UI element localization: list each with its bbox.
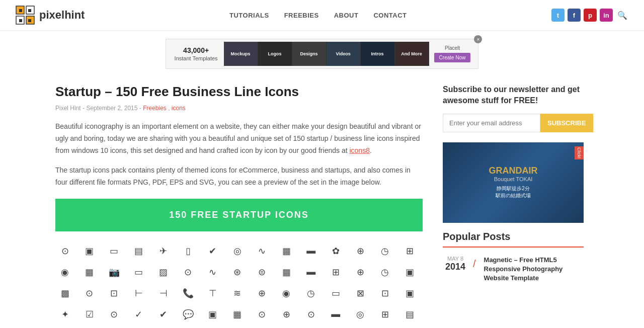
ad-line2: Templates: [192, 55, 217, 61]
twitter-icon[interactable]: t: [551, 9, 565, 22]
icon-cell: 📷: [105, 263, 124, 282]
meta-date: September 2, 2015: [86, 105, 137, 112]
meta-author: Pixel Hint: [55, 105, 81, 112]
facebook-icon[interactable]: f: [568, 9, 581, 22]
cta-download-button[interactable]: 150 FREE STARTUP ICONS: [55, 199, 423, 231]
nav-about[interactable]: ABOUT: [334, 12, 359, 19]
icon-cell: ⊜: [252, 263, 271, 282]
icon-cell: ✈: [154, 241, 173, 261]
icon-cell: ⊞: [375, 305, 394, 324]
logo-icon: [15, 5, 35, 25]
icon-cell: ⊙: [80, 284, 99, 303]
instagram-icon[interactable]: in: [600, 9, 613, 22]
icon-cell: ◷: [375, 263, 394, 282]
icon-cell: ⊕: [351, 263, 370, 282]
svg-rect-6: [28, 9, 31, 12]
popular-posts-section: Popular Posts MAY 8 2014 / Magnetic – Fr…: [443, 231, 584, 283]
newsletter-form: SUBSCRIBE: [443, 114, 584, 132]
meta-cat1[interactable]: Freebies: [143, 105, 167, 112]
icon-cell: 💬: [179, 305, 198, 324]
icon-cell: ▬: [301, 241, 320, 261]
sidebar-ad-inner: GRANDAIR Bouquet TOKAI 静岡駅徒歩2分 駅前の結婚式場 C…: [443, 142, 584, 223]
site-header: pixelhint TUTORIALS FREEBIES ABOUT CONTA…: [0, 0, 644, 31]
icon-cell: ▭: [105, 241, 124, 261]
icon-cell: ⊢: [129, 284, 148, 303]
icon-cell: ⊕: [252, 284, 271, 303]
icon-cell: ⊕: [351, 241, 370, 261]
icon-cell: ⊛: [228, 263, 247, 282]
icon-cell: ⊕: [154, 326, 173, 328]
main-layout: Startup – 150 Free Business Line Icons P…: [45, 84, 599, 328]
subscribe-button[interactable]: SUBSCRIBE: [540, 114, 593, 132]
pinterest-icon[interactable]: p: [584, 9, 597, 22]
ad-thumb-videos[interactable]: Videos: [327, 42, 361, 66]
icon-cell: ✿: [326, 241, 345, 261]
icon-cell: ⊛: [203, 326, 222, 328]
icon-cell: ◉: [55, 263, 74, 282]
sidebar: Subscribe to our newsletter and get awes…: [443, 84, 584, 328]
icon-cell: ▬: [301, 263, 320, 282]
social-icons-group: t f p in 🔍: [551, 9, 629, 22]
icon-cell: ☑: [80, 305, 99, 324]
article-body: Beautiful iconography is an important el…: [55, 121, 423, 189]
icon-cell: ▦: [80, 263, 99, 282]
article-title: Startup – 150 Free Business Line Icons: [55, 84, 423, 100]
ad-thumbs: Mockups Logos Designs Videos Intros And …: [224, 42, 429, 66]
popular-posts-divider: [443, 247, 584, 248]
post-title-link[interactable]: Magnetic – Free HTML5 Responsive Photogr…: [484, 256, 563, 282]
content-area: Startup – 150 Free Business Line Icons P…: [55, 84, 423, 328]
icons8-link[interactable]: icons8: [349, 146, 369, 154]
icon-cell: ⊙: [179, 326, 198, 328]
icon-cell: ⊙: [55, 241, 74, 261]
ad-thumb-logos[interactable]: Logos: [258, 42, 292, 66]
icon-cell: ✓: [129, 305, 148, 324]
icon-cell: ⊙: [301, 326, 320, 328]
ad-close-icon[interactable]: ×: [474, 35, 482, 43]
icon-cell: ◉: [277, 284, 296, 303]
icon-cell: ▯: [179, 241, 198, 261]
icon-cell: ▤: [129, 241, 148, 261]
icon-cell: ✔: [203, 241, 222, 261]
article-para2: The startup icons pack contains plenty o…: [55, 165, 423, 189]
post-year: 2014: [443, 262, 468, 272]
icon-cell: ⊞: [400, 241, 419, 261]
main-nav: TUTORIALS FREEBIES ABOUT CONTACT: [229, 12, 407, 19]
ad-banner: × 43,000+ Instant Templates Mockups Logo…: [166, 39, 479, 69]
icon-cell: ⊡: [105, 284, 124, 303]
svg-rect-7: [19, 19, 22, 22]
newsletter-box: Subscribe to our newsletter and get awes…: [443, 84, 584, 132]
icon-cell: ▦: [277, 241, 296, 261]
ad-thumb-designs[interactable]: Designs: [292, 42, 327, 66]
icon-cell: VIP: [400, 326, 419, 328]
svg-rect-5: [19, 9, 22, 12]
ad-cta-logo: Placelt: [445, 45, 460, 51]
post-month: MAY 8: [443, 256, 468, 262]
ad-cta-block: Placelt Create Now: [429, 43, 476, 65]
ad-thumb-intros[interactable]: Intros: [361, 42, 395, 66]
nav-contact[interactable]: CONTACT: [373, 12, 407, 19]
ad-thumb-more[interactable]: And More: [395, 42, 429, 66]
icon-cell: ✦: [55, 305, 74, 324]
nav-freebies[interactable]: FREEBIES: [284, 12, 319, 19]
icon-cell: ▦: [228, 305, 247, 324]
icons-grid: ⊙ ▣ ▭ ▤ ✈ ▯ ✔ ◎ ∿ ▦ ▬ ✿ ⊕ ◷ ⊞ ◉ ▦ 📷 ▭ ▨ …: [55, 241, 423, 328]
icon-cell: ⊙: [301, 305, 320, 324]
ad-count: 43,000+: [175, 46, 218, 55]
ad-cta-button[interactable]: Create Now: [434, 53, 471, 62]
icon-cell: ✔: [154, 305, 173, 324]
icon-cell: ⊠: [351, 284, 370, 303]
email-input[interactable]: [443, 114, 540, 132]
ad-thumb-mockups[interactable]: Mockups: [224, 42, 258, 66]
logo-area[interactable]: pixelhint: [15, 5, 85, 25]
icon-cell: ◷: [301, 284, 320, 303]
sidebar-ad: GRANDAIR Bouquet TOKAI 静岡駅徒歩2分 駅前の結婚式場 C…: [443, 142, 584, 223]
icon-cell: ⊙: [252, 326, 271, 328]
icon-cell: ≋: [228, 284, 247, 303]
nav-tutorials[interactable]: TUTORIALS: [229, 12, 269, 19]
icon-cell: ⊞: [326, 263, 345, 282]
article-para1: Beautiful iconography is an important el…: [55, 121, 423, 156]
icon-cell: ⊙: [375, 326, 394, 328]
meta-cat2[interactable]: icons: [172, 105, 186, 112]
search-icon[interactable]: 🔍: [616, 9, 629, 22]
icon-cell: ▨: [154, 263, 173, 282]
